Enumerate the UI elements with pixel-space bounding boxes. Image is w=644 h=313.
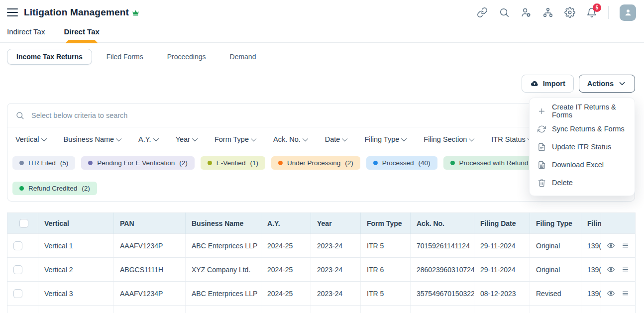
subtab-bar: Income Tax Returns Filed Forms Proceedin… [0,43,644,65]
notifications-icon[interactable]: 5 [586,7,597,18]
user-settings-icon[interactable] [521,7,532,18]
col-year: Year [311,213,361,234]
table-row: Vertical 1 AAAFV1234P ABC Enterprices LL… [7,234,636,258]
subtab-income-tax-returns[interactable]: Income Tax Returns [7,49,92,65]
filter-vertical[interactable]: Vertical [15,135,47,143]
status-dot [88,161,93,165]
subtab-filed-forms[interactable]: Filed Forms [97,49,153,65]
toolbar: Import Actions [0,75,644,93]
menu-item-create-it-returns[interactable]: Create IT Returns & Forms [530,102,635,120]
menu-item-download-excel[interactable]: Download Excel [530,156,635,174]
document-icon [537,143,546,151]
subtab-demand[interactable]: Demand [220,49,266,65]
table-header-row: Vertical PAN Business Name A.Y. Year For… [7,213,636,234]
filter-business-name[interactable]: Business Name [64,135,122,143]
header-actions: 5 [477,4,636,21]
filter-filing-section[interactable]: Filing Section [424,135,474,143]
row-menu-icon[interactable] [622,241,629,250]
search-icon[interactable] [499,7,510,18]
table-row: Vertical 2 ABGCS1111H XYZ Company Ltd. 2… [7,258,636,282]
chip-refund-credited[interactable]: Refund Credited(2) [12,182,97,195]
chevron-down-icon [342,135,347,141]
filter-filing-type[interactable]: Filing Type [364,135,407,143]
chip-processed[interactable]: Processed(40) [366,156,437,170]
page: Litigation Management 5 [0,0,644,313]
sync-icon [537,125,546,133]
row-checkbox[interactable] [13,265,22,274]
chip-itr-filed[interactable]: ITR Filed(5) [12,156,75,170]
col-actions [601,213,636,234]
filter-form-type[interactable]: Form Type [215,135,256,143]
app-header: Litigation Management 5 [0,0,644,25]
col-filing-section: Filin [581,213,601,234]
page-title: Litigation Management [24,7,129,18]
col-filing-date: Filing Date [474,213,530,234]
filter-ay[interactable]: A.Y. [138,135,159,143]
link-icon[interactable] [477,7,488,18]
import-button[interactable]: Import [522,75,574,93]
cloud-upload-icon [530,79,539,88]
header-divider [608,6,609,19]
select-all-checkbox[interactable] [19,219,28,228]
col-ay: A.Y. [261,213,311,234]
col-ack-no: Ack. No. [411,213,474,234]
chevron-down-icon [153,135,159,141]
col-filing-type: Filing Type [530,213,581,234]
filter-itr-status[interactable]: ITR Status [491,135,533,143]
chevron-down-icon [469,135,474,141]
filter-ack-no[interactable]: Ack. No. [273,135,308,143]
status-dot [450,161,455,165]
menu-item-update-itr-status[interactable]: Update ITR Status [530,138,635,156]
row-menu-icon[interactable] [622,265,629,274]
menu-item-sync-returns[interactable]: Sync Returns & Forms [530,120,635,138]
chevron-down-icon [251,135,256,141]
avatar[interactable] [620,4,636,21]
chevron-down-icon [41,135,46,141]
row-checkbox[interactable] [13,241,22,250]
tab-indirect-tax[interactable]: Indirect Tax [7,27,45,42]
filter-year[interactable]: Year [176,135,198,143]
hierarchy-icon[interactable] [542,7,553,18]
menu-item-delete[interactable]: Delete [530,174,635,192]
col-vertical: Vertical [38,213,114,234]
search-icon [15,111,24,120]
chevron-down-icon [303,135,308,141]
tab-bar: Indirect Tax Direct Tax [0,25,644,43]
notification-badge: 5 [593,3,601,12]
import-button-label: Import [543,80,565,88]
filter-date[interactable]: Date [325,135,348,143]
view-icon[interactable] [607,289,615,298]
status-dot [278,161,283,165]
view-icon[interactable] [607,241,615,250]
chip-pending-for-e-verification[interactable]: Pending For E Verification(2) [81,156,195,170]
crown-icon [132,9,139,16]
itr-table: Vertical PAN Business Name A.Y. Year For… [7,212,635,313]
col-pan: PAN [114,213,186,234]
actions-dropdown-menu: Create IT Returns & Forms Sync Returns &… [529,98,635,196]
chevron-down-icon [192,135,198,141]
settings-icon[interactable] [564,7,575,18]
chip-under-processing[interactable]: Under Processing(2) [271,156,360,170]
trash-icon [537,179,546,187]
tab-direct-tax[interactable]: Direct Tax [64,27,99,42]
status-dot [373,161,378,165]
chevron-down-icon [618,79,627,88]
row-menu-icon[interactable] [622,289,629,298]
status-dot [19,161,24,165]
view-icon[interactable] [607,265,615,274]
chevron-down-icon [401,135,407,141]
chip-e-verified[interactable]: E-Verified(1) [201,156,265,170]
excel-icon [537,161,546,169]
table-row: Vertical 3 AAAFV1234P ABC Enterprices LL… [7,282,636,306]
col-business-name: Business Name [186,213,261,234]
status-dot [19,186,24,191]
subtab-proceedings[interactable]: Proceedings [158,49,215,65]
actions-button-label: Actions [587,80,614,88]
row-checkbox[interactable] [13,289,22,298]
col-form-type: Form Type [361,213,411,234]
plus-icon [537,107,546,115]
menu-icon[interactable] [7,8,18,16]
status-dot [208,161,212,165]
table-row: Vertical 4 ABGCS1111H XYZ Company Ltd. 2… [7,306,636,313]
actions-button[interactable]: Actions [579,75,635,93]
